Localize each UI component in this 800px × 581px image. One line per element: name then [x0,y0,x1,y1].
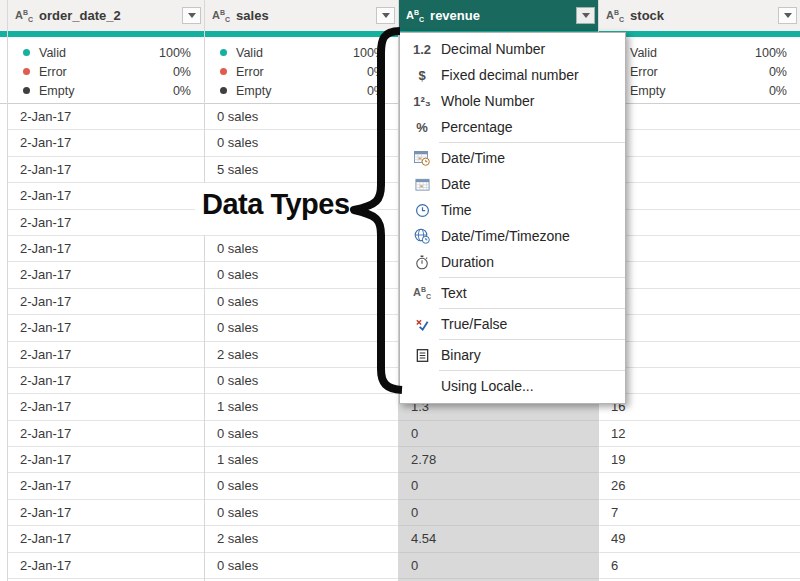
table-cell[interactable]: 2-Jan-17 [8,289,204,315]
menu-item-true-false[interactable]: True/False [400,311,625,337]
table-cell[interactable]: 2-Jan-17 [8,236,204,262]
table-cell[interactable]: 2-Jan-17 [8,447,204,473]
table-cell[interactable]: 5 sales [205,157,398,183]
menu-item-label: Text [441,285,467,301]
table-cell[interactable] [599,104,800,130]
table-cell[interactable]: 0 [399,500,598,526]
menu-item-using-locale[interactable]: Using Locale... [400,373,625,399]
table-cell[interactable]: 2-Jan-17 [8,157,204,183]
column-header[interactable]: ABCstock [599,0,800,31]
table-cell[interactable]: 2-Jan-17 [8,526,204,552]
table-cell[interactable]: 49 [599,526,800,552]
date-icon [409,177,435,192]
table-cell[interactable]: 2-Jan-17 [8,368,204,394]
table-cell[interactable]: 2-Jan-17 [8,104,204,130]
table-cell[interactable]: 0 sales [205,104,398,130]
whole-number-icon: 1²₃ [409,94,435,109]
menu-item-label: Binary [441,347,481,363]
table-cell[interactable] [599,368,800,394]
valid-dot [23,49,30,56]
table-cell[interactable] [599,157,800,183]
quality-percent: 100% [755,46,787,60]
column-rows: 161219267496 [599,104,800,581]
fixed-decimal-icon: $ [409,68,435,83]
table-cell[interactable]: 2-Jan-17 [8,553,204,579]
table-cell[interactable]: 0 sales [205,315,398,341]
table-cell[interactable]: 0 sales [205,368,398,394]
table-cell[interactable]: 2 sales [205,342,398,368]
chevron-down-icon [382,13,390,18]
table-cell[interactable]: 0 sales [205,236,398,262]
table-cell[interactable]: 4.54 [399,526,598,552]
table-cell[interactable]: 2-Jan-17 [8,473,204,499]
table-cell[interactable]: 6 [599,553,800,579]
column-header[interactable]: ABCrevenue [399,0,598,31]
table-cell[interactable] [599,342,800,368]
menu-item-decimal-number[interactable]: 1.2Decimal Number [400,36,625,62]
filter-dropdown-button[interactable] [182,7,201,24]
table-cell[interactable]: 0 sales [205,130,398,156]
timezone-icon [409,228,435,244]
table-cell[interactable]: 0 [399,421,598,447]
table-cell[interactable] [599,130,800,156]
table-cell[interactable]: 26 [599,473,800,499]
table-cell[interactable]: 2-Jan-17 [8,421,204,447]
column-header[interactable]: ABCorder_date_2 [8,0,204,31]
table-cell[interactable]: 7 [599,500,800,526]
table-cell[interactable]: 2-Jan-17 [8,500,204,526]
text-type-icon: ABC [212,9,230,23]
quality-empty-row: Empty0% [599,81,800,100]
column-header[interactable]: ABCsales [205,0,398,31]
menu-item-duration[interactable]: Duration [400,249,625,275]
quality-label: Valid [236,46,263,60]
menu-item-whole-number[interactable]: 1²₃Whole Number [400,88,625,114]
filter-dropdown-button[interactable] [376,7,395,24]
table-cell[interactable]: 2-Jan-17 [8,130,204,156]
chevron-down-icon [188,13,196,18]
quality-percent: 0% [367,84,385,98]
table-cell[interactable]: 2-Jan-17 [8,183,204,209]
table-cell[interactable] [599,289,800,315]
table-cell[interactable]: 0 sales [205,421,398,447]
table-cell[interactable]: 1 sales [205,447,398,473]
table-cell[interactable]: 2-Jan-17 [8,210,204,236]
menu-item-date-time-timezone[interactable]: Date/Time/Timezone [400,223,625,249]
quality-percent: 0% [173,84,191,98]
table-cell[interactable]: 0 sales [205,553,398,579]
menu-item-percentage[interactable]: %Percentage [400,114,625,140]
menu-item-time[interactable]: Time [400,197,625,223]
menu-item-fixed-decimal-number[interactable]: $Fixed decimal number [400,62,625,88]
chevron-down-icon [784,13,792,18]
table-cell[interactable]: 2 sales [205,526,398,552]
filter-dropdown-button[interactable] [778,7,797,24]
table-cell[interactable]: 16 [599,394,800,420]
menu-item-binary[interactable]: Binary [400,342,625,368]
table-cell[interactable]: 2-Jan-17 [8,262,204,288]
table-cell[interactable]: 0 sales [205,500,398,526]
table-cell[interactable]: 2-Jan-17 [8,315,204,341]
menu-separator [439,339,625,340]
power-query-editor: ABCorder_date_2Valid100%Error0%Empty0%2-… [0,0,800,581]
table-cell[interactable] [599,262,800,288]
menu-item-date[interactable]: Date [400,171,625,197]
table-cell[interactable]: 0 sales [205,289,398,315]
column-quality-panel [0,37,7,104]
table-cell[interactable]: 0 [399,553,598,579]
table-cell[interactable] [599,210,800,236]
table-cell[interactable]: 2.78 [399,447,598,473]
table-cell[interactable]: 19 [599,447,800,473]
table-cell[interactable]: 12 [599,421,800,447]
table-cell[interactable]: 0 sales [205,473,398,499]
table-cell[interactable] [599,183,800,209]
menu-item-text[interactable]: ABCText [400,280,625,306]
table-cell[interactable]: 2-Jan-17 [8,394,204,420]
table-cell[interactable] [599,236,800,262]
column-rows [0,104,7,581]
table-cell[interactable] [599,315,800,341]
table-cell[interactable]: 0 sales [205,262,398,288]
table-cell[interactable]: 0 [399,473,598,499]
filter-dropdown-button[interactable] [576,7,595,24]
table-cell[interactable]: 1 sales [205,394,398,420]
table-cell[interactable]: 2-Jan-17 [8,342,204,368]
menu-item-date-time[interactable]: Date/Time [400,145,625,171]
